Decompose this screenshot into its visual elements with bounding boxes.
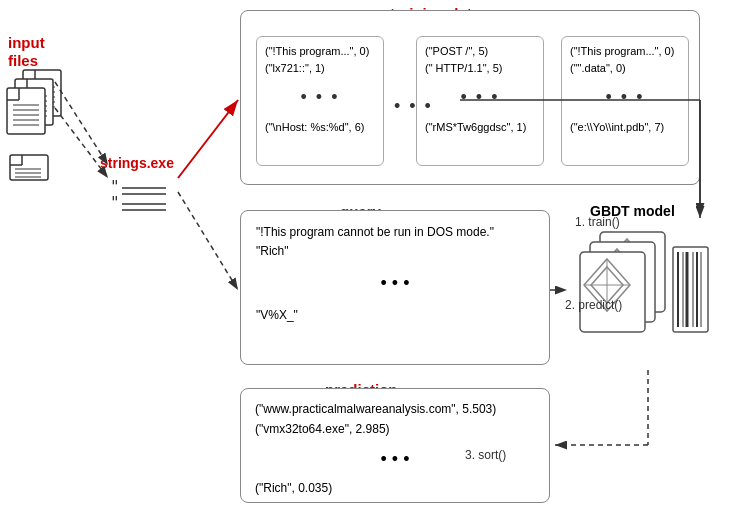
- train-card1-line2: ("lx721::", 1): [265, 60, 375, 77]
- svg-rect-16: [7, 88, 45, 134]
- training-card-3: ("!This program...", 0) ("".data", 0) • …: [561, 36, 689, 166]
- prediction-box: ("www.practicalmalwareanalysis.com", 5.5…: [240, 388, 550, 503]
- training-card-1: ("!This program...", 0) ("lx721::", 1) •…: [256, 36, 384, 166]
- train-card1-dots: • • •: [265, 84, 375, 111]
- train-card2-line2: (" HTTP/1.1", 5): [425, 60, 535, 77]
- train-card3-line1: ("!This program...", 0): [570, 43, 680, 60]
- train-card3-line2: ("".data", 0): [570, 60, 680, 77]
- diagram-container: input files: [0, 0, 748, 514]
- step2-label: 2. predict(): [565, 298, 622, 312]
- training-box: ("!This program...", 0) ("lx721::", 1) •…: [240, 10, 700, 185]
- train-card2-line1: ("POST /", 5): [425, 43, 535, 60]
- svg-text:": ": [110, 193, 120, 212]
- train-card2-dots: • • •: [425, 84, 535, 111]
- file-icons: [5, 65, 85, 185]
- strings-label: strings.exe: [100, 155, 174, 171]
- gbdt-model-icon: [565, 222, 725, 367]
- step3-label: 3. sort(): [465, 448, 506, 462]
- training-card-2: ("POST /", 5) (" HTTP/1.1", 5) • • • ("r…: [416, 36, 544, 166]
- query-box: "!This program cannot be run in DOS mode…: [240, 210, 550, 365]
- prediction-line1: ("www.practicalmalwareanalysis.com", 5.5…: [255, 399, 535, 419]
- train-card2-line3: ("rMS*Tw6ggdsc", 1): [425, 119, 535, 136]
- svg-line-62: [178, 100, 238, 178]
- train-card3-line3: ("e:\\Yo\\int.pdb", 7): [570, 119, 680, 136]
- query-line3: "V%X_": [256, 306, 534, 325]
- train-card1-line3: ("\nHost: %s:%d", 6): [265, 119, 375, 136]
- query-line2: "Rich": [256, 242, 534, 261]
- strings-icon: " ": [108, 178, 178, 218]
- training-ellipsis: • • •: [394, 96, 433, 117]
- query-line1: "!This program cannot be run in DOS mode…: [256, 223, 534, 242]
- prediction-line3: ("Rich", 0.035): [255, 478, 535, 498]
- svg-rect-24: [10, 155, 48, 180]
- train-card1-line1: ("!This program...", 0): [265, 43, 375, 60]
- step1-label: 1. train(): [575, 215, 620, 229]
- svg-line-63: [178, 192, 238, 290]
- train-card3-dots: • • •: [570, 84, 680, 111]
- query-dots: • • •: [256, 269, 534, 298]
- prediction-line2: ("vmx32to64.exe", 2.985): [255, 419, 535, 439]
